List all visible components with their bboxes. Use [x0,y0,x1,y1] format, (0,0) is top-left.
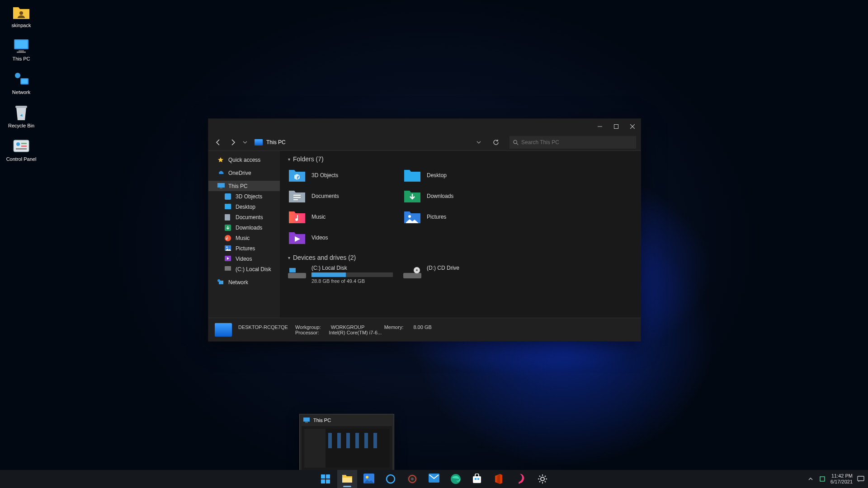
taskbar-groove-button[interactable] [402,470,422,488]
folders-section-header[interactable]: ▾ Folders (7) [288,155,632,163]
videos-icon [225,256,232,262]
taskbar-edge-button[interactable] [446,470,466,488]
chevron-down-icon: ▾ [288,255,290,260]
minimize-button[interactable] [592,119,608,134]
folder-downloads[interactable]: Downloads [403,187,519,205]
taskbar-start-button[interactable] [316,470,335,488]
start-icon [320,474,331,484]
svg-point-32 [217,279,220,282]
sidebar-item-documents[interactable]: Documents [208,212,280,222]
network-icon [217,279,225,286]
svg-rect-38 [289,268,296,272]
address-dropdown[interactable] [473,137,484,148]
folder-label: Music [311,214,326,220]
search-box[interactable] [509,136,636,149]
folder-pictures[interactable]: Pictures [403,208,519,226]
drive-usage-bar [311,272,393,277]
drives-section-header[interactable]: ▾ Devices and drives (2) [288,254,632,261]
sidebar-item-videos[interactable]: Videos [208,253,280,264]
svg-rect-39 [403,273,421,278]
action-center-button[interactable] [857,475,864,483]
address-bar[interactable]: This PC [255,139,470,145]
sidebar-item-network[interactable]: Network [208,277,280,287]
recycle-bin-icon [12,105,30,121]
sidebar-item-music[interactable]: Music [208,233,280,243]
folder-videos[interactable]: Videos [288,229,403,247]
desktop-icon-skinpack[interactable]: skinpack [4,5,39,28]
taskbar-explorer-button[interactable] [337,470,357,488]
close-button[interactable] [624,119,641,134]
svg-rect-37 [288,273,306,278]
search-input[interactable] [521,139,632,145]
drive-label: (D:) CD Drive [427,265,459,271]
address-text: This PC [266,139,286,145]
taskbar-thumbnail-preview[interactable]: This PC [299,414,394,473]
sidebar: Quick accessOneDriveThis PC3D ObjectsDes… [208,150,280,318]
svg-point-28 [226,246,228,248]
refresh-button[interactable] [491,137,501,148]
folder-3d-objects[interactable]: 3D Objects [288,166,403,184]
svg-rect-34 [293,197,301,198]
taskbar-store-button[interactable] [467,470,487,488]
sidebar-item-label: 3D Objects [236,193,262,200]
svg-rect-58 [475,478,476,480]
tray-security-icon[interactable] [819,475,826,483]
folder-icon [288,189,306,203]
desktop-icon-this-pc[interactable]: This PC [4,38,39,61]
thumbnail-title: This PC [313,418,331,423]
folder-music[interactable]: Music [288,208,403,226]
drive--d-cd-drive[interactable]: (D:) CD Drive [403,265,519,284]
sidebar-item-pictures[interactable]: Pictures [208,243,280,253]
settings-icon [537,474,548,484]
sidebar-item-label: Pictures [236,245,255,252]
desktop-icon-label: Network [12,89,30,95]
sidebar-item-3d-objects[interactable]: 3D Objects [208,191,280,202]
svg-rect-47 [326,479,330,483]
this-pc-icon [215,323,232,337]
taskbar-office-button[interactable] [489,470,509,488]
recent-dropdown[interactable] [242,137,248,148]
taskbar-mail-button[interactable] [424,470,444,488]
content-pane: ▾ Folders (7) 3D ObjectsDesktopDocuments… [280,150,641,318]
desktop-icon-recycle-bin[interactable]: Recycle Bin [4,105,39,128]
taskbar-photos-button[interactable] [359,470,379,488]
sidebar-item-desktop[interactable]: Desktop [208,202,280,212]
sidebar-item-this-pc[interactable]: This PC [208,181,280,191]
svg-rect-59 [477,478,479,480]
taskbar: 11:42 PM 6/17/2021 [0,470,868,488]
sidebar-item--c-local-disk[interactable]: (C:) Local Disk [208,264,280,274]
memory-label: Memory: [384,324,404,330]
sidebar-item-label: Music [236,235,250,241]
svg-rect-62 [858,476,864,481]
titlebar[interactable] [208,119,641,134]
svg-rect-12 [21,145,27,147]
taskbar-settings-button[interactable] [533,470,552,488]
svg-rect-35 [293,199,298,200]
taskbar-paint-button[interactable] [511,470,531,488]
documents-icon [225,214,232,221]
status-bar: DESKTOP-RCQE7QE Workgroup: WORKGROUP Mem… [208,318,641,341]
mail-icon [429,474,439,484]
back-button[interactable] [213,137,224,148]
maximize-button[interactable] [608,119,624,134]
sidebar-item-onedrive[interactable]: OneDrive [208,168,280,178]
svg-rect-15 [614,125,618,129]
taskbar-center [316,470,552,488]
drive--c-local-disk[interactable]: (C:) Local Disk28.8 GB free of 49.4 GB [288,265,403,284]
desktop-icons: skinpack This PC Network Recycle Bin Con… [4,5,39,162]
tray-overflow-button[interactable] [807,475,814,483]
sidebar-item-downloads[interactable]: Downloads [208,222,280,233]
system-tray: 11:42 PM 6/17/2021 [807,473,864,485]
svg-rect-30 [225,266,231,271]
desktop-icon-network[interactable]: Network [4,71,39,95]
store-icon [472,474,483,484]
taskbar-clock[interactable]: 11:42 PM 6/17/2021 [830,473,853,485]
folder-label: Desktop [427,172,447,178]
folder-label: Downloads [427,193,453,199]
desktop-icon-control-panel[interactable]: Control Panel [4,138,39,162]
sidebar-item-quick-access[interactable]: Quick access [208,155,280,165]
folder-documents[interactable]: Documents [288,187,403,205]
folder-desktop[interactable]: Desktop [403,166,519,184]
taskbar-cortana-button[interactable] [381,470,401,488]
forward-button[interactable] [227,137,238,148]
